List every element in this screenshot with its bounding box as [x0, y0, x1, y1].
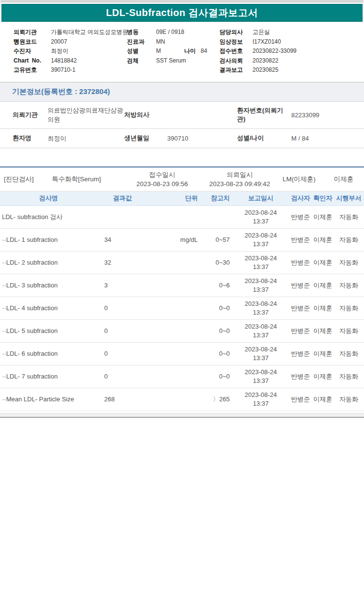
request-time: 2023-08-23 09:49:42: [209, 180, 270, 188]
performing-dept: 자동화: [333, 213, 364, 221]
info-value: 14818842: [51, 56, 127, 66]
confirmer-name: 이제훈: [312, 372, 333, 381]
result-value: 32: [97, 259, 148, 266]
section-doctor: 이제훈: [323, 175, 364, 184]
window-top-strip: [0, 0, 364, 2]
report-date: 2023-08-24: [233, 345, 289, 354]
result-row: ··LDL- 4 subfraction 0 0~0 2023-08-24 13…: [0, 297, 364, 320]
info-label: [127, 65, 144, 75]
result-value: 0: [97, 304, 148, 312]
tester-name: 반병준: [289, 395, 312, 404]
basic-info-title: 기본정보(등록번호 : 2372804): [12, 87, 110, 96]
patient-value: 390710: [159, 135, 237, 142]
header-info-row: 고유번호 390710-1 결과보고 20230825: [14, 65, 364, 75]
result-value: 0: [97, 350, 148, 357]
result-value: 268: [97, 395, 148, 403]
test-name: ··LDL- 4 subfraction: [0, 304, 97, 312]
patient-value: M / 84: [291, 135, 364, 142]
age-value: 84: [201, 47, 207, 56]
result-value: 3: [97, 282, 148, 289]
results-col-header: 참고치: [200, 194, 233, 203]
test-name: ··LDL- 2 subfraction: [0, 259, 97, 266]
info-value-text: SST Serum: [156, 56, 186, 66]
section-category: [진단검사]: [0, 175, 49, 184]
report-datetime: 2023-08-24 13:37: [233, 368, 289, 385]
test-name: ··LDL- 6 subfraction: [0, 350, 97, 357]
info-value: [144, 65, 220, 75]
report-datetime: 2023-08-24 13:37: [233, 254, 289, 271]
info-label: 병원코드: [14, 37, 51, 47]
tester-name: 반병준: [289, 281, 312, 290]
result-row: ··LDL- 2 subfraction 32 0~30 2023-08-24 …: [0, 252, 364, 274]
patient-value: 82233099: [291, 111, 364, 119]
confirmer-name: 이제훈: [312, 327, 333, 335]
info-label: 결과보고: [220, 65, 253, 75]
info-label: 의뢰기관명: [14, 28, 51, 37]
confirmer-name: 이제훈: [312, 349, 333, 358]
tester-name: 반병준: [289, 304, 312, 313]
result-row: ··LDL- 5 subfraction 0 0~0 2023-08-24 13…: [0, 320, 364, 343]
info-value: 20230822: [253, 56, 364, 66]
reference-range: 0~0: [200, 327, 233, 334]
info-value: 고은실: [253, 28, 364, 37]
tester-name: 반병준: [289, 258, 312, 267]
info-value: 최정이: [51, 47, 127, 56]
patient-label: 환자번호(의뢰기관): [237, 106, 291, 124]
info-label: 병동: [127, 28, 144, 37]
test-name: ··LDL- 3 subfraction: [0, 282, 97, 289]
tester-name: 반병준: [289, 327, 312, 335]
report-date: 2023-08-24: [233, 231, 289, 240]
test-name: ··LDL- 7 subfraction: [0, 373, 97, 380]
results-col-header: 단위: [148, 194, 200, 203]
test-name: ··LDL- 5 subfraction: [0, 327, 97, 334]
report-date: 2023-08-24: [233, 322, 289, 331]
info-value: 09E / 0918: [144, 28, 220, 37]
patient-row: 환자명 최정이 생년월일 390710 성별/나이 M / 84: [0, 129, 364, 148]
patient-label: 성별/나이: [237, 134, 291, 142]
test-name: ··LDL- 1 subfraction: [0, 236, 97, 243]
info-label: 진료과: [127, 37, 144, 47]
info-value: SST Serum: [144, 56, 220, 66]
report-datetime: 2023-08-24 13:37: [233, 300, 289, 317]
report-datetime: 2023-08-24 13:37: [233, 208, 289, 226]
report-time: 13:37: [233, 285, 289, 294]
age-label: 나이: [184, 47, 196, 56]
results-col-header: 시행부서: [333, 194, 364, 203]
tester-name: 반병준: [289, 236, 312, 244]
result-row: ··LDL- 3 subfraction 3 0~6 2023-08-24 13…: [0, 274, 364, 297]
report-time: 13:37: [233, 377, 289, 385]
confirmer-name: 이제훈: [312, 281, 333, 290]
report-datetime: 2023-08-24 13:37: [233, 322, 289, 340]
patient-label: 환자명: [13, 134, 47, 142]
reference-range: 0~57: [200, 236, 233, 243]
report-title: LDL-Subfraction 검사결과보고서: [106, 6, 258, 19]
result-unit: mg/dL: [148, 236, 200, 243]
report-title-bar: LDL-Subfraction 검사결과보고서: [1, 4, 363, 22]
performing-dept: 자동화: [333, 258, 364, 267]
basic-info-band: 기본정보(등록번호 : 2372804): [0, 82, 364, 102]
confirmer-name: 이제훈: [312, 236, 333, 244]
report-time: 13:37: [233, 240, 289, 249]
performing-dept: 자동화: [333, 372, 364, 381]
report-datetime: 2023-08-24 13:37: [233, 345, 289, 363]
info-value: 20230825: [253, 65, 364, 75]
report-datetime: 2023-08-24 13:37: [233, 231, 289, 249]
result-value: 0: [97, 373, 148, 380]
receipt-label: 접수일시: [120, 170, 205, 179]
result-row: LDL- subfraction 검사 2023-08-24 13:37 반병준…: [0, 206, 364, 229]
result-row: ··LDL- 1 subfraction 34 mg/dL 0~57 2023-…: [0, 229, 364, 252]
results-header: 검사명결과값단위참고치보고일시검사자확인자시행부서: [0, 191, 364, 206]
info-value-text: [156, 65, 184, 75]
results-col-header: 검사자: [289, 194, 312, 203]
receipt-time: 2023-08-23 09:56: [136, 180, 188, 188]
patient-label: 처방의사: [124, 111, 159, 119]
reference-range: 〉265: [200, 395, 233, 404]
report-time: 13:37: [233, 308, 289, 317]
section-lm-doctor: LM(이제훈): [275, 175, 323, 184]
footer-bar: [0, 413, 364, 418]
result-value: 34: [97, 236, 148, 243]
result-value: 0: [97, 327, 148, 334]
report-time: 13:37: [233, 331, 289, 340]
performing-dept: 자동화: [333, 395, 364, 404]
result-row: ··LDL- 7 subfraction 0 0~0 2023-08-24 13…: [0, 365, 364, 388]
